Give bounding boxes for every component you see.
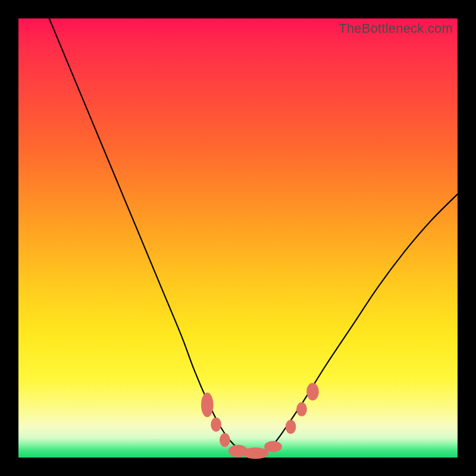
bottleneck-curve	[49, 18, 458, 455]
chart-svg	[18, 18, 458, 458]
curve-markers	[201, 383, 319, 459]
curve-marker	[264, 441, 282, 452]
chart-frame: TheBottleneck.com	[0, 0, 476, 476]
curve-path	[49, 18, 458, 455]
curve-marker	[211, 418, 221, 432]
plot-area: TheBottleneck.com	[18, 18, 458, 458]
curve-marker	[296, 402, 307, 416]
curve-marker	[286, 420, 296, 434]
curve-marker	[306, 383, 319, 401]
curve-marker	[201, 393, 214, 417]
curve-marker	[220, 433, 230, 447]
curve-marker	[242, 447, 268, 459]
